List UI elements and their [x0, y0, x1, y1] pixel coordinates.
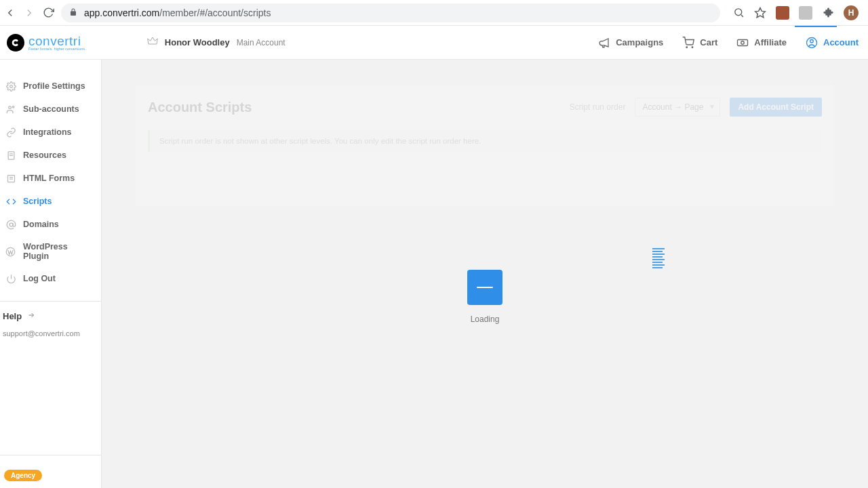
- svg-point-0: [734, 9, 741, 16]
- money-icon: [736, 37, 749, 49]
- sidebar-logout[interactable]: Log Out: [0, 267, 101, 290]
- sidebar: Profile Settings Sub-accounts Integratio…: [0, 60, 102, 488]
- sidebar-label: Integrations: [23, 127, 72, 137]
- extensions-icon[interactable]: [822, 7, 834, 19]
- sidebar-label: HTML Forms: [23, 174, 75, 183]
- address-bar[interactable]: app.convertri.com/member/#/account/scrip…: [61, 3, 720, 22]
- nav-account[interactable]: Account: [806, 37, 859, 49]
- sidebar-domains[interactable]: Domains: [0, 213, 101, 236]
- nav-cart[interactable]: Cart: [682, 37, 717, 49]
- svg-line-1: [741, 15, 743, 17]
- svg-point-8: [810, 39, 814, 43]
- agency-badge: Agency: [4, 470, 42, 481]
- sidebar-profile-settings[interactable]: Profile Settings: [0, 75, 101, 98]
- nav-label: Cart: [700, 37, 717, 47]
- svg-point-3: [686, 47, 688, 48]
- brand-text: convertri: [28, 35, 86, 47]
- svg-rect-5: [738, 39, 748, 45]
- sidebar-label: Sub-accounts: [23, 104, 79, 114]
- order-select[interactable]: Account → Page: [635, 98, 720, 117]
- app-header: convertri Faster funnels. higher convers…: [0, 26, 868, 60]
- forward-button[interactable]: [23, 7, 35, 19]
- add-account-script-button[interactable]: Add Account Script: [730, 98, 822, 117]
- sidebar-wordpress[interactable]: WordPress Plugin: [0, 236, 101, 267]
- help-link[interactable]: Help: [0, 302, 101, 324]
- sidebar-label: Domains: [23, 220, 59, 229]
- loading-overlay: Loading: [467, 270, 502, 324]
- loading-label: Loading: [471, 314, 500, 324]
- star-icon[interactable]: [754, 7, 766, 19]
- cart-icon: [682, 37, 694, 49]
- sidebar-resources[interactable]: Resources: [0, 144, 101, 167]
- page-icon: [5, 150, 16, 161]
- zoom-icon[interactable]: [732, 7, 745, 19]
- decorative-scribble: [652, 248, 665, 270]
- gear-icon: [5, 81, 16, 92]
- nav-label: Campaigns: [616, 37, 663, 47]
- divider: [0, 455, 101, 455]
- page-title: Account Scripts: [148, 100, 252, 115]
- sidebar-sub-accounts[interactable]: Sub-accounts: [0, 98, 101, 121]
- link-icon: [5, 127, 16, 138]
- support-email[interactable]: support@convertri.com: [0, 324, 101, 343]
- sidebar-label: Profile Settings: [23, 81, 85, 91]
- main-content: Account Scripts Script run order Account…: [102, 60, 868, 488]
- user-icon: [806, 37, 818, 49]
- sidebar-label: WordPress Plugin: [23, 242, 96, 261]
- extension-icon-2[interactable]: [799, 6, 812, 20]
- account-label: Main Account: [237, 38, 285, 47]
- sidebar-html-forms[interactable]: HTML Forms: [0, 167, 101, 190]
- svg-point-10: [8, 106, 11, 108]
- nav-affiliate[interactable]: Affiliate: [736, 37, 787, 49]
- crown-icon: [147, 36, 158, 49]
- svg-point-9: [9, 85, 12, 87]
- profile-avatar[interactable]: H: [844, 5, 859, 20]
- svg-marker-2: [755, 7, 766, 17]
- svg-point-4: [692, 47, 694, 48]
- info-banner: Script run order is not shown at other s…: [148, 130, 822, 152]
- back-button[interactable]: [4, 7, 16, 19]
- nav-campaigns[interactable]: Campaigns: [598, 37, 663, 49]
- power-icon: [5, 273, 16, 284]
- sidebar-label: Scripts: [23, 197, 52, 206]
- nav-label: Account: [823, 37, 859, 47]
- browser-toolbar: app.convertri.com/member/#/account/scrip…: [0, 0, 868, 26]
- content-card: Account Scripts Script run order Account…: [136, 85, 834, 206]
- at-icon: [5, 219, 16, 230]
- sidebar-label: Resources: [23, 150, 66, 160]
- sidebar-integrations[interactable]: Integrations: [0, 121, 101, 144]
- extension-icon-1[interactable]: [776, 6, 789, 20]
- spinner-icon: [467, 270, 502, 305]
- chrome-actions: H: [727, 5, 864, 20]
- user-block[interactable]: Honor Woodley Main Account: [147, 36, 285, 49]
- top-nav: Campaigns Cart Affiliate Account: [598, 37, 859, 49]
- code-icon: [5, 196, 16, 207]
- form-icon: [5, 173, 16, 184]
- url-text: app.convertri.com/member/#/account/scrip…: [84, 7, 271, 18]
- reload-button[interactable]: [42, 7, 54, 19]
- sidebar-scripts[interactable]: Scripts: [0, 190, 101, 213]
- user-name: Honor Woodley: [165, 37, 230, 47]
- svg-point-11: [12, 106, 14, 108]
- megaphone-icon: [598, 37, 610, 49]
- logo[interactable]: convertri Faster funnels. higher convers…: [7, 34, 86, 52]
- svg-point-6: [741, 41, 745, 44]
- nav-label: Affiliate: [754, 37, 787, 47]
- nav-active-indicator: [795, 26, 837, 27]
- svg-point-18: [9, 223, 13, 226]
- lock-icon: [69, 7, 77, 18]
- wordpress-icon: [5, 246, 16, 257]
- brand-tagline: Faster funnels. higher conversions.: [28, 47, 86, 51]
- arrow-right-icon: [27, 311, 35, 321]
- logo-mark-icon: [7, 34, 24, 52]
- order-label: Script run order: [570, 102, 626, 112]
- help-label: Help: [3, 311, 22, 321]
- users-icon: [5, 104, 16, 115]
- sidebar-label: Log Out: [23, 274, 56, 283]
